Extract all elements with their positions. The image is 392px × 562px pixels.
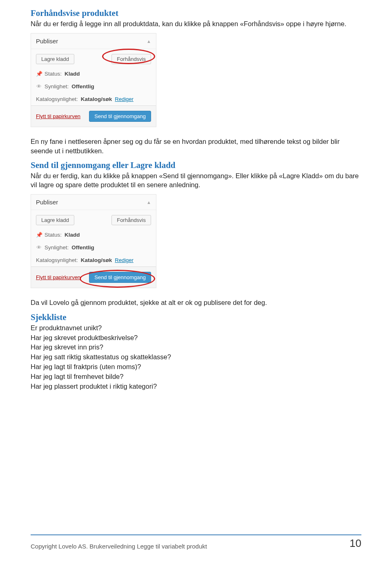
catalog-value: Katalog/søk: [81, 96, 112, 102]
pin-icon: 📌: [36, 71, 42, 77]
status-value: Kladd: [65, 71, 80, 77]
checklist-item: Har jeg satt riktig skattestatus og skat…: [31, 352, 361, 362]
catalog-value: Katalog/søk: [81, 257, 112, 263]
visibility-label: Synlighet:: [45, 244, 69, 251]
publish-panel-screenshot-1: Publiser ▲ Lagre kladd Forhåndsvis 📌 Sta…: [31, 33, 156, 127]
trash-link[interactable]: Flytt til papirkurven: [36, 274, 80, 280]
visibility-label: Synlighet:: [45, 83, 69, 90]
heading-preview-product: Forhåndsvise produktet: [31, 8, 361, 18]
paragraph-lovelo-review: Da vil Lovelo gå gjennom produktet, sjek…: [31, 298, 361, 307]
paragraph-send-review: Når du er ferdig, kan du klikke på knapp…: [31, 171, 361, 190]
publish-panel-screenshot-2: Publiser ▲ Lagre kladd Forhåndsvis 📌 Sta…: [31, 194, 156, 288]
catalog-label: Katalogsynlighet:: [36, 257, 78, 263]
paragraph-new-tab: En ny fane i nettleseren åpner seg og du…: [31, 137, 361, 155]
visibility-value: Offentlig: [71, 83, 94, 90]
paragraph-preview-intro: Når du er ferdig å legge inn all produkt…: [31, 19, 361, 28]
panel-title: Publiser: [36, 199, 58, 206]
eye-icon: 👁: [36, 83, 42, 90]
annotation-circle-preview: [102, 49, 155, 64]
page-footer: Copyright Lovelo AS. Brukerveiledning Le…: [31, 534, 361, 550]
eye-icon: 👁: [36, 244, 42, 251]
visibility-value: Offentlig: [71, 244, 94, 251]
status-value: Kladd: [65, 232, 80, 238]
checklist-item: Har jeg lagt til fremhevet bilde?: [31, 372, 361, 382]
submit-review-button[interactable]: Send til gjennomgang: [89, 111, 151, 122]
checklist-item: Har jeg plassert produktet i riktig kate…: [31, 382, 361, 392]
trash-link[interactable]: Flytt til papirkurven: [36, 113, 80, 119]
status-label: Status:: [45, 232, 62, 238]
checklist-item: Har jeg skrevet produktbeskrivelse?: [31, 333, 361, 343]
status-label: Status:: [45, 71, 62, 77]
checklist-item: Har jeg skrevet inn pris?: [31, 343, 361, 352]
checklist-item: Har jeg lagt til fraktpris (uten moms)?: [31, 362, 361, 372]
catalog-label: Katalogsynlighet:: [36, 96, 78, 102]
catalog-edit-link[interactable]: Rediger: [115, 257, 134, 263]
pin-icon: 📌: [36, 232, 42, 238]
save-draft-button[interactable]: Lagre kladd: [36, 215, 74, 225]
heading-checklist: Sjekkliste: [31, 312, 361, 322]
footer-divider: [31, 534, 361, 535]
heading-send-review: Send til gjennomgang eller Lagre kladd: [31, 160, 361, 170]
collapse-caret-icon: ▲: [147, 39, 151, 44]
checklist: Er produktnavnet unikt? Har jeg skrevet …: [31, 323, 361, 392]
save-draft-button[interactable]: Lagre kladd: [36, 54, 74, 64]
catalog-edit-link[interactable]: Rediger: [115, 96, 134, 102]
checklist-item: Er produktnavnet unikt?: [31, 323, 361, 333]
panel-title: Publiser: [36, 38, 58, 45]
footer-copyright: Copyright Lovelo AS. Brukerveiledning Le…: [31, 543, 207, 550]
preview-button[interactable]: Forhåndsvis: [111, 215, 151, 225]
page-number: 10: [350, 537, 361, 550]
collapse-caret-icon: ▲: [147, 200, 151, 205]
